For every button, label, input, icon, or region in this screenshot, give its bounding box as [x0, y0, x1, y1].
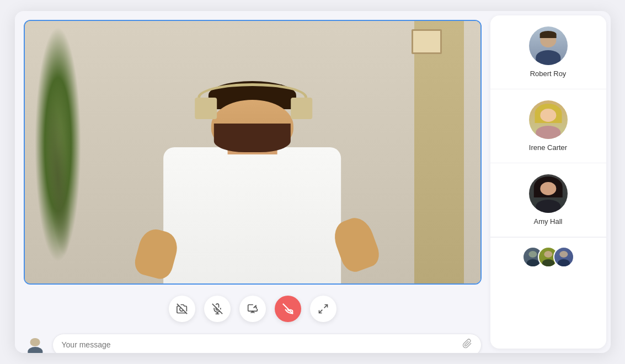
group-avatar-3 [553, 247, 574, 267]
svg-line-8 [319, 310, 322, 313]
end-call-icon [282, 303, 293, 314]
avatar-amy-hall [529, 174, 568, 213]
screen-share-icon [247, 303, 258, 314]
message-input[interactable] [62, 340, 462, 349]
svg-line-0 [177, 304, 186, 314]
room-shelf [414, 21, 464, 283]
screen-share-button[interactable] [239, 296, 266, 322]
chat-area: Chat [24, 333, 482, 353]
group-call-item[interactable] [490, 237, 606, 276]
video-container [24, 20, 482, 285]
end-call-button[interactable] [275, 296, 301, 322]
person-figure [116, 53, 389, 283]
avatar-robert-roy [529, 26, 568, 65]
message-input-wrapper[interactable] [52, 334, 482, 354]
contact-name-robert-roy: Robert Roy [530, 69, 567, 78]
sidebar-item-irene-carter[interactable]: Irene Carter [490, 89, 606, 163]
user-avatar [24, 333, 47, 353]
sidebar-item-amy-hall[interactable]: Amy Hall [490, 163, 606, 237]
contact-name-irene-carter: Irene Carter [529, 143, 567, 152]
person-torso [163, 147, 341, 283]
fullscreen-button[interactable] [310, 296, 336, 322]
sidebar: Robert Roy Irene Carter [490, 15, 606, 349]
chat-input-row [24, 333, 482, 353]
group-avatars [522, 247, 574, 267]
headphone-left-cup [195, 98, 217, 119]
camera-toggle-button[interactable] [169, 296, 195, 322]
person-beard [214, 124, 291, 152]
fullscreen-icon [318, 303, 329, 314]
mic-off-icon [212, 303, 223, 314]
camera-off-icon [177, 303, 188, 314]
attach-icon [462, 339, 472, 349]
attach-button[interactable] [462, 339, 472, 351]
contact-name-amy-hall: Amy Hall [533, 217, 562, 226]
sidebar-item-robert-roy[interactable]: Robert Roy [490, 15, 606, 89]
app-container: Chat Robert Roy [15, 11, 611, 353]
mute-button[interactable] [204, 296, 231, 322]
headphone-right-cup [291, 98, 313, 119]
avatar-irene-carter [529, 100, 568, 139]
controls-bar [24, 291, 482, 326]
video-feed [25, 21, 480, 283]
shelf-frame [412, 29, 442, 54]
svg-line-7 [324, 305, 327, 308]
main-panel: Chat [15, 11, 490, 353]
